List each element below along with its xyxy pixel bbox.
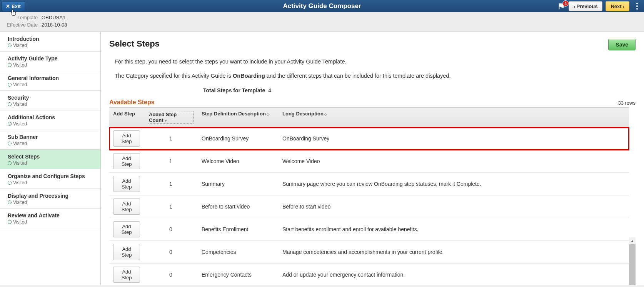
col-add-step[interactable]: Add Step	[109, 108, 144, 127]
available-steps-header: Available Steps	[109, 99, 155, 106]
intro-line-2: The Category specified for this Activity…	[115, 72, 636, 80]
sidebar-item-title: Display and Processing	[8, 193, 96, 199]
col-added-count[interactable]: Added Step Count▼	[144, 108, 198, 127]
totals-label: Total Steps for Template	[203, 87, 265, 93]
previous-button[interactable]: ‹ Previous	[569, 1, 602, 11]
template-label: Template	[0, 15, 38, 20]
sidebar-item-title: Introduction	[8, 36, 96, 42]
status-circle-icon	[8, 43, 12, 47]
page-title: Select Steps	[109, 39, 160, 49]
grid-header: Add Step Added Step Count▼ Step Definiti…	[109, 108, 629, 127]
sidebar-item-sub-banner[interactable]: Sub BannerVisited	[0, 130, 100, 150]
step-def-cell: Summary	[198, 178, 279, 190]
add-step-button[interactable]: Add Step	[113, 267, 140, 283]
actions-menu-button[interactable]	[632, 1, 642, 11]
table-row: Add Step1Welcome VideoWelcome Video	[109, 150, 629, 173]
sidebar-item-general-information[interactable]: General InformationVisited	[0, 71, 100, 91]
previous-label: Previous	[577, 3, 598, 9]
status-circle-icon	[8, 63, 12, 67]
status-circle-icon	[8, 102, 12, 106]
sidebar-item-status: Visited	[8, 121, 96, 127]
sidebar-item-activity-guide-type[interactable]: Activity Guide TypeVisited	[0, 52, 100, 71]
scroll-up-icon[interactable]: ▲	[629, 237, 636, 244]
layout: IntroductionVisitedActivity Guide TypeVi…	[0, 32, 644, 285]
long-desc-cell: Summary page where you can review OnBoar…	[279, 178, 629, 190]
intro-text: For this step, you need to select the st…	[109, 57, 636, 80]
added-count-cell: 1	[144, 155, 198, 167]
chevron-right-icon: ›	[623, 3, 624, 9]
available-steps-grid: Add Step Added Step Count▼ Step Definiti…	[109, 107, 629, 285]
sidebar-item-status: Visited	[8, 160, 96, 166]
col-long-desc[interactable]: Long Description◇	[279, 108, 629, 127]
save-button[interactable]: Save	[608, 39, 636, 50]
table-row: Add Step1OnBoarding SurveyOnBoarding Sur…	[109, 127, 629, 150]
sort-desc-icon: ▼	[164, 119, 168, 123]
close-icon: ✕	[6, 3, 10, 9]
notifications-flag[interactable]: 4	[557, 2, 566, 10]
add-step-button[interactable]: Add Step	[113, 244, 140, 260]
sidebar-item-status: Visited	[8, 82, 96, 87]
exit-label: Exit	[12, 3, 21, 9]
page-banner-title: Activity Guide Composer	[283, 2, 361, 10]
sidebar-item-title: Security	[8, 95, 96, 101]
table-row: Add Step1Before to start videoBefore to …	[109, 195, 629, 218]
step-def-cell: OnBoarding Survey	[198, 132, 279, 145]
long-desc-cell: OnBoarding Survey	[279, 132, 629, 145]
sidebar-item-status: Visited	[8, 200, 96, 205]
notifications-badge: 4	[562, 0, 569, 7]
sort-icon: ◇	[267, 112, 269, 116]
step-def-cell: Emergency Contacts	[198, 269, 279, 281]
status-circle-icon	[8, 142, 12, 145]
add-step-button[interactable]: Add Step	[113, 176, 140, 192]
table-row: Add Step0CompetenciesManage competencies…	[109, 241, 629, 264]
add-step-button[interactable]: Add Step	[113, 221, 140, 237]
sidebar-item-title: General Information	[8, 75, 96, 81]
intro-line-1: For this step, you need to select the st…	[115, 57, 636, 66]
next-button[interactable]: Next ›	[606, 1, 629, 11]
sidebar-item-introduction[interactable]: IntroductionVisited	[0, 32, 100, 52]
sidebar-item-display-and-processing[interactable]: Display and ProcessingVisited	[0, 189, 100, 209]
sidebar-item-status: Visited	[8, 102, 96, 107]
sidebar-item-title: Additional Actions	[8, 114, 96, 120]
sidebar-item-status: Visited	[8, 219, 96, 225]
status-circle-icon	[8, 83, 12, 87]
sidebar-item-title: Activity Guide Type	[8, 55, 96, 62]
scroll-thumb[interactable]	[629, 244, 636, 285]
long-desc-cell: Manage competencies and accomplishments …	[279, 246, 629, 258]
sidebar-item-select-steps[interactable]: Select StepsVisited	[0, 150, 100, 169]
exit-button[interactable]: ✕ Exit	[2, 1, 25, 11]
row-count: 33 rows	[618, 100, 636, 106]
add-step-button[interactable]: Add Step	[113, 130, 140, 147]
added-count-cell: 1	[144, 132, 198, 145]
scrollbar-vertical[interactable]: ▲ ▼	[629, 237, 636, 285]
sidebar-item-title: Select Steps	[8, 154, 96, 160]
sidebar-item-title: Organize and Configure Steps	[8, 173, 96, 179]
banner: ✕ Exit Activity Guide Composer 4 ‹ Previ…	[0, 0, 644, 12]
status-circle-icon	[8, 200, 12, 204]
sidebar-item-status: Visited	[8, 62, 96, 68]
status-circle-icon	[8, 181, 12, 185]
col-step-def[interactable]: Step Definition Description◇	[198, 108, 279, 127]
sidebar: IntroductionVisitedActivity Guide TypeVi…	[0, 32, 101, 285]
template-value: OBDUSA1	[42, 15, 65, 20]
sidebar-item-additional-actions[interactable]: Additional ActionsVisited	[0, 110, 100, 130]
sidebar-item-review-and-activate[interactable]: Review and ActivateVisited	[0, 209, 100, 228]
long-desc-cell: Start benefits enrollment and enroll for…	[279, 223, 629, 235]
context-bar: Template OBDUSA1 Effective Date 2018-10-…	[0, 12, 644, 32]
step-def-cell: Competencies	[198, 246, 279, 258]
sidebar-item-title: Sub Banner	[8, 134, 96, 140]
long-desc-cell: Add or update your emergency contact inf…	[279, 269, 629, 281]
effective-date-value: 2018-10-08	[42, 22, 67, 28]
sidebar-item-organize-and-configure-steps[interactable]: Organize and Configure StepsVisited	[0, 169, 100, 189]
table-row: Add Step0Benefits EnrollmentStart benefi…	[109, 218, 629, 241]
step-def-cell: Before to start video	[198, 200, 279, 213]
step-def-cell: Benefits Enrollment	[198, 223, 279, 235]
added-count-cell: 0	[144, 269, 198, 281]
add-step-button[interactable]: Add Step	[113, 199, 140, 215]
sidebar-item-security[interactable]: SecurityVisited	[0, 91, 100, 110]
added-count-cell: 1	[144, 178, 198, 190]
long-desc-cell: Before to start video	[279, 200, 629, 213]
banner-actions: 4 ‹ Previous Next ›	[557, 1, 644, 11]
sidebar-item-status: Visited	[8, 180, 96, 185]
add-step-button[interactable]: Add Step	[113, 153, 140, 169]
